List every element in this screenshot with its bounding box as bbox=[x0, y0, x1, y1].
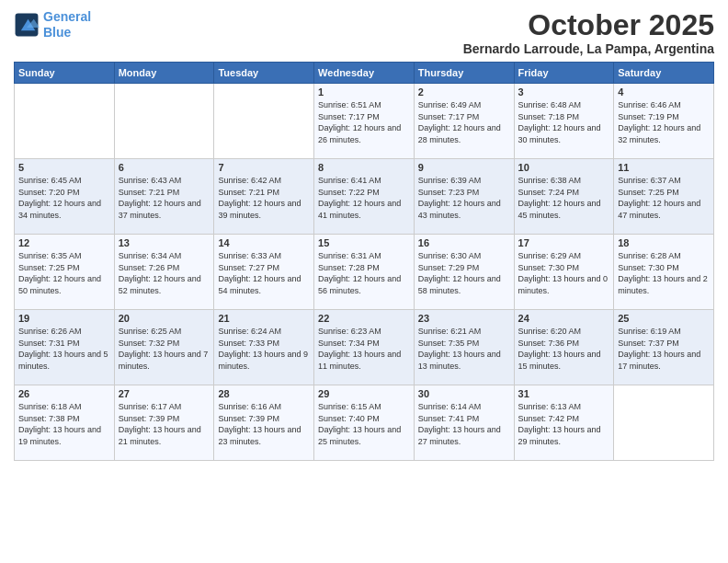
calendar-cell: 16 Sunrise: 6:30 AM Sunset: 7:29 PM Dayl… bbox=[414, 235, 514, 310]
calendar-cell: 27 Sunrise: 6:17 AM Sunset: 7:39 PM Dayl… bbox=[114, 385, 214, 461]
cell-content: Sunrise: 6:30 AM Sunset: 7:29 PM Dayligh… bbox=[418, 250, 510, 296]
calendar-cell: 7 Sunrise: 6:42 AM Sunset: 7:21 PM Dayli… bbox=[214, 159, 314, 235]
calendar-cell: 1 Sunrise: 6:51 AM Sunset: 7:17 PM Dayli… bbox=[314, 84, 415, 159]
day-number: 3 bbox=[518, 86, 610, 98]
calendar-cell: 8 Sunrise: 6:41 AM Sunset: 7:22 PM Dayli… bbox=[314, 159, 415, 235]
calendar-cell: 22 Sunrise: 6:23 AM Sunset: 7:34 PM Dayl… bbox=[314, 310, 415, 385]
calendar-cell: 13 Sunrise: 6:34 AM Sunset: 7:26 PM Dayl… bbox=[114, 235, 214, 310]
day-number: 27 bbox=[119, 388, 210, 399]
cell-content: Sunrise: 6:41 AM Sunset: 7:22 PM Dayligh… bbox=[318, 175, 410, 221]
day-number: 24 bbox=[518, 313, 610, 324]
cell-content: Sunrise: 6:13 AM Sunset: 7:42 PM Dayligh… bbox=[518, 401, 610, 447]
calendar-cell bbox=[114, 84, 214, 159]
day-number: 29 bbox=[318, 388, 410, 399]
logo-text: General Blue bbox=[43, 9, 91, 40]
day-header-wednesday: Wednesday bbox=[314, 63, 415, 84]
calendar-cell: 6 Sunrise: 6:43 AM Sunset: 7:21 PM Dayli… bbox=[114, 159, 214, 235]
cell-content: Sunrise: 6:18 AM Sunset: 7:38 PM Dayligh… bbox=[18, 401, 110, 447]
day-number: 10 bbox=[518, 162, 610, 173]
cell-content: Sunrise: 6:48 AM Sunset: 7:18 PM Dayligh… bbox=[518, 99, 610, 145]
calendar-cell: 19 Sunrise: 6:26 AM Sunset: 7:31 PM Dayl… bbox=[15, 310, 115, 385]
day-number: 31 bbox=[518, 388, 610, 399]
day-number: 25 bbox=[618, 313, 710, 324]
cell-content: Sunrise: 6:24 AM Sunset: 7:33 PM Dayligh… bbox=[218, 326, 310, 372]
cell-content: Sunrise: 6:20 AM Sunset: 7:36 PM Dayligh… bbox=[518, 326, 610, 372]
day-number: 13 bbox=[119, 237, 210, 248]
page: General Blue October 2025 Bernardo Larro… bbox=[0, 0, 728, 563]
day-number: 17 bbox=[518, 237, 610, 248]
cell-content: Sunrise: 6:29 AM Sunset: 7:30 PM Dayligh… bbox=[518, 250, 610, 296]
week-row-4: 26 Sunrise: 6:18 AM Sunset: 7:38 PM Dayl… bbox=[15, 385, 714, 461]
day-number: 26 bbox=[18, 388, 110, 399]
calendar-cell: 17 Sunrise: 6:29 AM Sunset: 7:30 PM Dayl… bbox=[514, 235, 614, 310]
cell-content: Sunrise: 6:26 AM Sunset: 7:31 PM Dayligh… bbox=[18, 326, 110, 372]
day-number: 9 bbox=[418, 162, 510, 173]
calendar-cell: 30 Sunrise: 6:14 AM Sunset: 7:41 PM Dayl… bbox=[414, 385, 514, 461]
cell-content: Sunrise: 6:35 AM Sunset: 7:25 PM Dayligh… bbox=[18, 250, 110, 296]
day-number: 11 bbox=[618, 162, 710, 173]
calendar-cell bbox=[614, 385, 714, 461]
day-number: 5 bbox=[18, 162, 110, 173]
calendar-cell: 23 Sunrise: 6:21 AM Sunset: 7:35 PM Dayl… bbox=[414, 310, 514, 385]
calendar-cell: 18 Sunrise: 6:28 AM Sunset: 7:30 PM Dayl… bbox=[614, 235, 714, 310]
cell-content: Sunrise: 6:21 AM Sunset: 7:35 PM Dayligh… bbox=[418, 326, 510, 372]
day-number: 6 bbox=[119, 162, 210, 173]
week-row-2: 12 Sunrise: 6:35 AM Sunset: 7:25 PM Dayl… bbox=[15, 235, 714, 310]
day-number: 22 bbox=[318, 313, 410, 324]
day-number: 19 bbox=[18, 313, 110, 324]
month-title: October 2025 bbox=[463, 9, 714, 41]
week-row-0: 1 Sunrise: 6:51 AM Sunset: 7:17 PM Dayli… bbox=[15, 84, 714, 159]
day-header-sunday: Sunday bbox=[15, 63, 115, 84]
cell-content: Sunrise: 6:34 AM Sunset: 7:26 PM Dayligh… bbox=[119, 250, 210, 296]
calendar-table: SundayMondayTuesdayWednesdayThursdayFrid… bbox=[14, 62, 714, 461]
cell-content: Sunrise: 6:17 AM Sunset: 7:39 PM Dayligh… bbox=[119, 401, 210, 447]
day-number: 2 bbox=[418, 86, 510, 98]
calendar-cell: 31 Sunrise: 6:13 AM Sunset: 7:42 PM Dayl… bbox=[514, 385, 614, 461]
location: Bernardo Larroude, La Pampa, Argentina bbox=[463, 41, 714, 56]
cell-content: Sunrise: 6:23 AM Sunset: 7:34 PM Dayligh… bbox=[318, 326, 410, 372]
day-number: 28 bbox=[218, 388, 310, 399]
day-header-monday: Monday bbox=[114, 63, 214, 84]
calendar-cell: 20 Sunrise: 6:25 AM Sunset: 7:32 PM Dayl… bbox=[114, 310, 214, 385]
cell-content: Sunrise: 6:14 AM Sunset: 7:41 PM Dayligh… bbox=[418, 401, 510, 447]
day-number: 4 bbox=[618, 86, 710, 98]
cell-content: Sunrise: 6:49 AM Sunset: 7:17 PM Dayligh… bbox=[418, 99, 510, 145]
cell-content: Sunrise: 6:42 AM Sunset: 7:21 PM Dayligh… bbox=[218, 175, 310, 221]
logo-line1: General bbox=[43, 9, 91, 24]
calendar-cell: 12 Sunrise: 6:35 AM Sunset: 7:25 PM Dayl… bbox=[15, 235, 115, 310]
cell-content: Sunrise: 6:46 AM Sunset: 7:19 PM Dayligh… bbox=[618, 99, 710, 145]
cell-content: Sunrise: 6:39 AM Sunset: 7:23 PM Dayligh… bbox=[418, 175, 510, 221]
calendar-cell: 28 Sunrise: 6:16 AM Sunset: 7:39 PM Dayl… bbox=[214, 385, 314, 461]
day-number: 1 bbox=[318, 86, 410, 98]
calendar-cell: 2 Sunrise: 6:49 AM Sunset: 7:17 PM Dayli… bbox=[414, 84, 514, 159]
week-row-1: 5 Sunrise: 6:45 AM Sunset: 7:20 PM Dayli… bbox=[15, 159, 714, 235]
day-header-row: SundayMondayTuesdayWednesdayThursdayFrid… bbox=[15, 63, 714, 84]
day-number: 23 bbox=[418, 313, 510, 324]
day-number: 14 bbox=[218, 237, 310, 248]
logo: General Blue bbox=[14, 9, 91, 40]
title-block: October 2025 Bernardo Larroude, La Pampa… bbox=[463, 9, 714, 56]
cell-content: Sunrise: 6:45 AM Sunset: 7:20 PM Dayligh… bbox=[18, 175, 110, 221]
day-number: 16 bbox=[418, 237, 510, 248]
calendar-cell: 5 Sunrise: 6:45 AM Sunset: 7:20 PM Dayli… bbox=[15, 159, 115, 235]
calendar-cell: 11 Sunrise: 6:37 AM Sunset: 7:25 PM Dayl… bbox=[614, 159, 714, 235]
day-header-saturday: Saturday bbox=[614, 63, 714, 84]
cell-content: Sunrise: 6:16 AM Sunset: 7:39 PM Dayligh… bbox=[218, 401, 310, 447]
logo-line2: Blue bbox=[43, 25, 71, 40]
day-number: 30 bbox=[418, 388, 510, 399]
cell-content: Sunrise: 6:37 AM Sunset: 7:25 PM Dayligh… bbox=[618, 175, 710, 221]
header: General Blue October 2025 Bernardo Larro… bbox=[14, 9, 714, 56]
calendar-cell: 4 Sunrise: 6:46 AM Sunset: 7:19 PM Dayli… bbox=[614, 84, 714, 159]
calendar-cell: 21 Sunrise: 6:24 AM Sunset: 7:33 PM Dayl… bbox=[214, 310, 314, 385]
logo-icon bbox=[14, 12, 40, 38]
cell-content: Sunrise: 6:38 AM Sunset: 7:24 PM Dayligh… bbox=[518, 175, 610, 221]
calendar-cell: 26 Sunrise: 6:18 AM Sunset: 7:38 PM Dayl… bbox=[15, 385, 115, 461]
calendar-cell: 3 Sunrise: 6:48 AM Sunset: 7:18 PM Dayli… bbox=[514, 84, 614, 159]
calendar-cell: 25 Sunrise: 6:19 AM Sunset: 7:37 PM Dayl… bbox=[614, 310, 714, 385]
calendar-cell: 24 Sunrise: 6:20 AM Sunset: 7:36 PM Dayl… bbox=[514, 310, 614, 385]
day-header-thursday: Thursday bbox=[414, 63, 514, 84]
cell-content: Sunrise: 6:15 AM Sunset: 7:40 PM Dayligh… bbox=[318, 401, 410, 447]
day-header-friday: Friday bbox=[514, 63, 614, 84]
calendar-cell: 29 Sunrise: 6:15 AM Sunset: 7:40 PM Dayl… bbox=[314, 385, 415, 461]
cell-content: Sunrise: 6:31 AM Sunset: 7:28 PM Dayligh… bbox=[318, 250, 410, 296]
